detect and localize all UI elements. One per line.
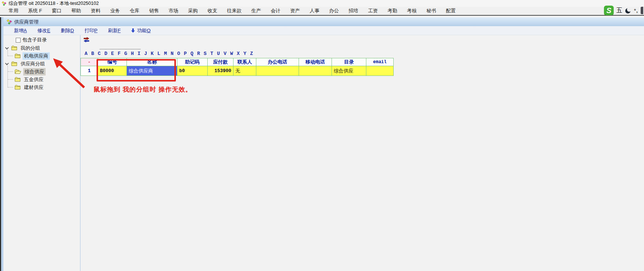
toolbar-button[interactable]: 刷新F [108, 27, 120, 34]
alphabet-letter[interactable]: T [208, 51, 215, 56]
table-cell[interactable]: 综合供应商 [127, 66, 177, 76]
menu-item[interactable]: 工资 [363, 7, 383, 15]
alphabet-letter[interactable]: G [122, 51, 129, 56]
column-header[interactable]: 办公电话 [256, 58, 299, 66]
quick-filter-input[interactable] [100, 44, 141, 49]
alphabet-letter[interactable]: C [96, 51, 103, 56]
alphabet-letter[interactable]: D [103, 51, 109, 56]
menu-item[interactable]: 配置 [441, 7, 461, 15]
alphabet-letter[interactable]: E [109, 51, 116, 56]
menu-item[interactable]: 资料 [86, 7, 106, 15]
chevron-down-icon[interactable] [5, 46, 9, 49]
include-subdirs-checkbox[interactable] [16, 38, 21, 43]
menu-item[interactable]: 采购 [183, 7, 203, 15]
column-header[interactable]: 助记码 [177, 58, 208, 66]
menu-item[interactable]: 生产 [247, 7, 266, 15]
alphabet-letter[interactable]: V [222, 51, 228, 56]
table-cell[interactable] [366, 66, 394, 76]
menu-item[interactable]: 办公 [324, 7, 344, 15]
alphabet-letter[interactable]: A [83, 51, 89, 56]
menu-item[interactable]: 招培 [344, 7, 363, 15]
alphabet-letter[interactable]: B [89, 51, 96, 56]
alphabet-letter[interactable]: I [136, 51, 143, 56]
toolbar-button[interactable]: 打印P [85, 27, 98, 34]
menu-item[interactable]: 窗口 [47, 7, 67, 15]
toolbar-button[interactable]: 修改E [37, 27, 51, 34]
column-header[interactable]: 编号 [98, 58, 127, 66]
tree-group[interactable]: 我的分组 [3, 44, 78, 52]
alphabet-letter[interactable]: F [116, 51, 122, 56]
alphabet-letter[interactable]: M [162, 51, 169, 56]
tree-item-label[interactable]: 综合供应 [23, 68, 46, 76]
menu-item[interactable]: 仓库 [125, 7, 144, 15]
alphabet-letter[interactable]: J [142, 51, 149, 56]
column-header[interactable]: 移动电话 [299, 58, 332, 66]
menu-item[interactable]: 秘书 [422, 7, 441, 15]
menu-item[interactable]: 帮助 [67, 7, 86, 15]
table-cell[interactable]: b0 [177, 66, 208, 76]
alphabet-letter[interactable]: X [235, 51, 242, 56]
tree-group-label[interactable]: 供应商分组 [19, 60, 46, 68]
menu-item[interactable]: 业务 [106, 7, 125, 15]
tree-group[interactable]: 供应商分组 [3, 60, 78, 68]
menu-item[interactable]: 往来款 [222, 7, 247, 15]
alphabet-letter[interactable]: Q [189, 51, 195, 56]
table-row[interactable]: 1B0000综合供应商b0153900无综合供应 [81, 66, 394, 76]
table-cell[interactable] [299, 66, 332, 76]
column-header[interactable]: 目录 [332, 58, 366, 66]
alphabet-letter[interactable]: W [228, 51, 235, 56]
column-header[interactable]: 名称 [127, 58, 177, 66]
alphabet-letter[interactable]: K [149, 51, 156, 56]
column-header[interactable]: email [366, 58, 394, 66]
table-cell[interactable]: 综合供应 [332, 66, 366, 76]
tree-connector [8, 71, 13, 72]
alphabet-letter[interactable]: N [169, 51, 176, 56]
menu-item[interactable]: 收支 [203, 7, 222, 15]
toolbar-button[interactable]: 删除D [61, 27, 74, 34]
menu-item[interactable]: 常用 [4, 7, 23, 15]
table-cell[interactable]: 无 [234, 66, 256, 76]
tree-group-label[interactable]: 我的分组 [19, 44, 42, 52]
menu-item[interactable]: 市场 [164, 7, 183, 15]
tree-item[interactable]: 机电供应商 [3, 52, 78, 60]
alphabet-letter[interactable]: R [195, 51, 202, 56]
ime-punctuation-indicator[interactable]: °, [634, 8, 638, 13]
tree-item[interactable]: 五金供应 [3, 76, 78, 83]
toolbar-button[interactable]: 新增A [14, 27, 27, 34]
column-header[interactable]: - [81, 58, 98, 66]
menu-item[interactable]: 人事 [305, 7, 324, 15]
tree-item[interactable]: 建材供应 [3, 83, 78, 91]
swap-arrows-icon[interactable] [83, 37, 89, 42]
menu-item[interactable]: 销售 [144, 7, 164, 15]
menu-item[interactable]: 会计 [266, 7, 286, 15]
alphabet-letter[interactable]: P [182, 51, 189, 56]
table-cell[interactable]: B0000 [98, 66, 127, 76]
tree-item-label[interactable]: 建材供应 [22, 84, 45, 91]
chevron-down-icon[interactable] [5, 61, 9, 65]
alphabet-letter[interactable]: Z [248, 51, 255, 56]
column-header[interactable]: 联系人 [234, 58, 256, 66]
ime-logo-icon[interactable]: S [604, 6, 614, 15]
column-header[interactable]: 应付款 [208, 58, 234, 66]
alphabet-letter[interactable]: S [202, 51, 208, 56]
alphabet-letter[interactable]: Y [242, 51, 248, 56]
table-cell[interactable]: 153900 [208, 66, 234, 76]
tree-item-label[interactable]: 机电供应商 [22, 52, 50, 60]
ime-mode-indicator[interactable]: 五 [616, 7, 622, 15]
menu-item[interactable]: 考核 [402, 7, 422, 15]
alphabet-letter[interactable]: O [176, 51, 182, 56]
table-cell[interactable] [256, 66, 299, 76]
folder-icon [11, 61, 17, 66]
menu-item[interactable]: 系统 F [23, 7, 47, 15]
grid-panel: ABCDEFGHIJKLMNOPQRSTUVWXYZ -编号名称助记码应付款联系… [80, 35, 644, 271]
alphabet-letter[interactable]: L [156, 51, 162, 56]
menu-item[interactable]: 考勤 [383, 7, 402, 15]
tree-item-label[interactable]: 五金供应 [22, 76, 45, 83]
menu-item[interactable]: 资产 [286, 7, 305, 15]
toolbar-button[interactable]: 功能O [131, 27, 150, 34]
alphabet-letter[interactable]: H [129, 51, 136, 56]
moon-icon[interactable] [625, 7, 631, 14]
row-number-cell[interactable]: 1 [81, 66, 98, 76]
tree-item[interactable]: 综合供应 [3, 68, 78, 76]
alphabet-letter[interactable]: U [215, 51, 222, 56]
